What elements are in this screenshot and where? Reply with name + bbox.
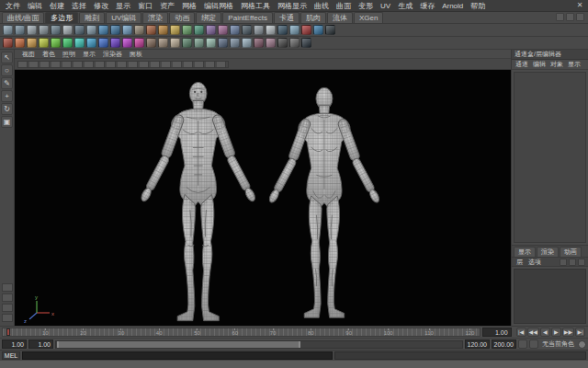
command-line-language-toggle[interactable]: MEL <box>2 351 20 360</box>
shelf-icon[interactable] <box>158 38 168 48</box>
shelf-icon[interactable] <box>51 38 61 48</box>
shelf-icon[interactable] <box>218 25 228 35</box>
viewport-toolbar-icons[interactable] <box>17 61 229 68</box>
shelf-icon[interactable] <box>39 38 49 48</box>
panel-menu-item[interactable]: 显示 <box>79 50 99 59</box>
shelf-icon[interactable] <box>230 25 240 35</box>
animation-start-field[interactable]: 1.00 <box>2 339 27 349</box>
layer-editor-menu-item[interactable]: 选项 <box>526 258 543 267</box>
menu-item[interactable]: 资产 <box>156 0 178 12</box>
playback-button[interactable]: ◀◀ <box>527 328 539 337</box>
panel-menu-item[interactable]: 着色 <box>39 50 59 59</box>
panel-menu-item[interactable]: 照明 <box>59 50 79 59</box>
tool-button[interactable]: ↖ <box>1 52 13 63</box>
shelf-tab[interactable]: 渲染 <box>142 12 168 23</box>
shelf-icon[interactable] <box>277 38 288 48</box>
menu-item[interactable]: 网格工具 <box>237 0 274 12</box>
menu-item[interactable]: 曲线 <box>311 0 333 12</box>
new-empty-layer-icon[interactable] <box>569 259 576 266</box>
tool-button[interactable]: ▣ <box>1 116 13 128</box>
playback-button[interactable]: ▶ <box>551 328 561 337</box>
menu-item[interactable]: 变形 <box>355 0 377 12</box>
shelf-icon[interactable] <box>158 25 168 35</box>
channel-box-menu-item[interactable]: 通道 <box>514 60 530 69</box>
shelf-icon[interactable] <box>98 25 108 35</box>
current-time-indicator[interactable] <box>6 328 10 336</box>
menu-item[interactable]: 编辑 <box>24 0 46 12</box>
shelf-tab[interactable]: 雕刻 <box>79 12 105 23</box>
shelf-icon[interactable] <box>301 38 311 48</box>
shelf-icon[interactable] <box>86 38 96 48</box>
shelf-icon[interactable] <box>194 25 204 35</box>
shelf-tab[interactable]: UV编辑 <box>106 12 141 23</box>
shelf-tab[interactable]: 流体 <box>327 12 353 23</box>
tool-button[interactable]: ○ <box>1 64 13 76</box>
shelf-icon[interactable] <box>3 38 13 48</box>
shelf-icon[interactable] <box>254 25 264 35</box>
time-slider[interactable]: 1102030405060708090100110120 <box>2 328 481 337</box>
shelf-tab[interactable]: PaintEffects <box>222 12 273 23</box>
playback-start-field[interactable]: 1.00 <box>28 339 53 349</box>
tool-button[interactable]: + <box>1 90 13 102</box>
current-frame-field[interactable]: 1.00 <box>482 328 512 337</box>
shelf-icon[interactable] <box>325 25 335 35</box>
shelf-tab[interactable]: 曲线/曲面 <box>2 12 44 23</box>
playback-button[interactable]: ◀ <box>540 328 550 337</box>
shelf-icon[interactable] <box>206 38 216 48</box>
range-slider[interactable] <box>55 340 463 349</box>
menu-item[interactable]: 创建 <box>46 0 68 12</box>
shelf-icon[interactable] <box>110 38 120 48</box>
shelf-icon[interactable] <box>182 25 192 35</box>
menu-item[interactable]: 显示 <box>112 0 134 12</box>
layer-editor-tab[interactable]: 显示 <box>514 247 536 257</box>
menu-item[interactable]: 帮助 <box>467 0 489 12</box>
shelf-icon[interactable] <box>242 38 252 48</box>
shelf-icon[interactable] <box>182 38 192 48</box>
panel-menu-item[interactable]: 视图 <box>18 50 39 59</box>
shelf-icon[interactable] <box>62 38 73 48</box>
shelf-icon[interactable] <box>15 25 25 35</box>
model-front-figure[interactable] <box>139 82 257 320</box>
layout-single-button[interactable] <box>2 283 13 292</box>
close-icon[interactable]: ✕ <box>573 0 586 11</box>
layout-split-button[interactable] <box>2 314 13 322</box>
shelf-tab[interactable]: 卡通 <box>274 12 300 23</box>
animation-end-field[interactable]: 200.00 <box>492 339 516 349</box>
menu-item[interactable]: 编辑网格 <box>200 0 237 12</box>
menu-item[interactable]: 缓存 <box>416 0 438 12</box>
shelf-icon[interactable] <box>122 25 132 35</box>
shelf-icon[interactable] <box>122 38 132 48</box>
shelf-icon[interactable] <box>51 25 61 35</box>
layout-persp-outliner-button[interactable] <box>2 304 13 312</box>
shelf-icon[interactable] <box>194 38 204 48</box>
layer-editor-tab[interactable]: 动画 <box>560 247 582 257</box>
shelf-icon[interactable] <box>74 25 85 35</box>
shelf-icon[interactable] <box>3 25 13 35</box>
shelf-icon[interactable] <box>313 25 323 35</box>
shelf-icon[interactable] <box>74 38 85 48</box>
snap-grid-icon[interactable] <box>556 13 564 21</box>
shelf-tab[interactable]: 动画 <box>169 12 195 23</box>
shelf-tab[interactable]: 肌肉 <box>300 12 326 23</box>
shelf-icon[interactable] <box>218 38 228 48</box>
channel-box-menu-item[interactable]: 编辑 <box>531 60 548 69</box>
command-line-input[interactable] <box>22 351 333 360</box>
shelf-icon[interactable] <box>289 25 300 35</box>
playback-button[interactable]: ▶▶ <box>562 328 574 337</box>
playback-button[interactable]: ▶| <box>575 328 585 337</box>
menu-item[interactable]: 网格 <box>178 0 200 12</box>
character-set-selector[interactable]: 无当前角色 <box>540 339 576 349</box>
menu-item[interactable]: 网格显示 <box>274 0 311 12</box>
snap-curve-icon[interactable] <box>566 13 574 21</box>
animation-preferences-icon[interactable] <box>529 339 538 349</box>
model-back-figure[interactable] <box>267 87 382 317</box>
menu-item[interactable]: 曲面 <box>333 0 355 12</box>
snap-point-icon[interactable] <box>576 13 584 21</box>
tool-button[interactable]: ↻ <box>1 103 13 115</box>
shelf-icon[interactable] <box>289 38 300 48</box>
shelf-icon[interactable] <box>86 25 96 35</box>
shelf-icon[interactable] <box>39 25 49 35</box>
shelf-icon[interactable] <box>301 25 311 35</box>
tool-button[interactable]: ✎ <box>1 77 13 89</box>
shelf-tab[interactable]: 多边形 <box>45 12 78 23</box>
